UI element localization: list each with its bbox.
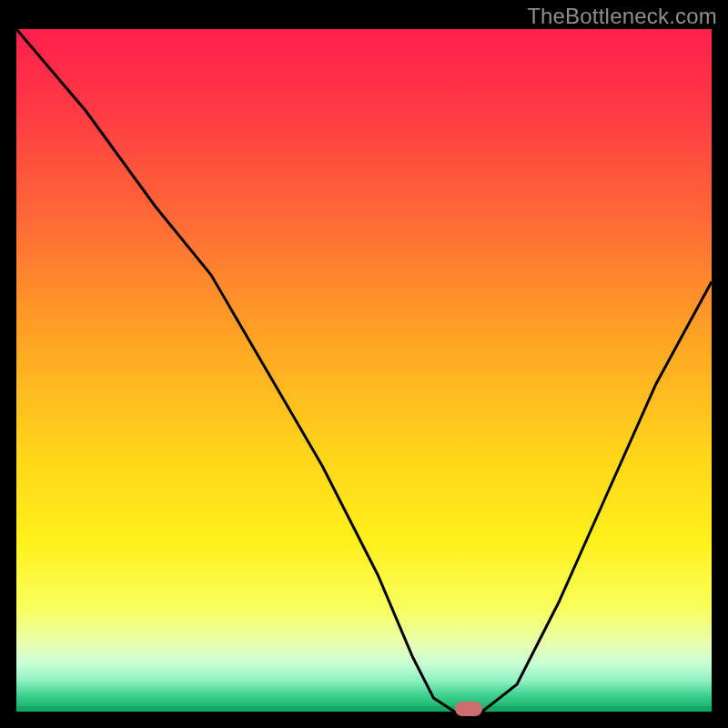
optimum-marker — [455, 702, 482, 716]
plot-frame — [16, 29, 712, 712]
heat-background — [16, 29, 712, 712]
chart-stage: TheBottleneck.com — [0, 0, 728, 728]
attribution-label: TheBottleneck.com — [527, 4, 717, 29]
plot-svg — [16, 29, 712, 712]
